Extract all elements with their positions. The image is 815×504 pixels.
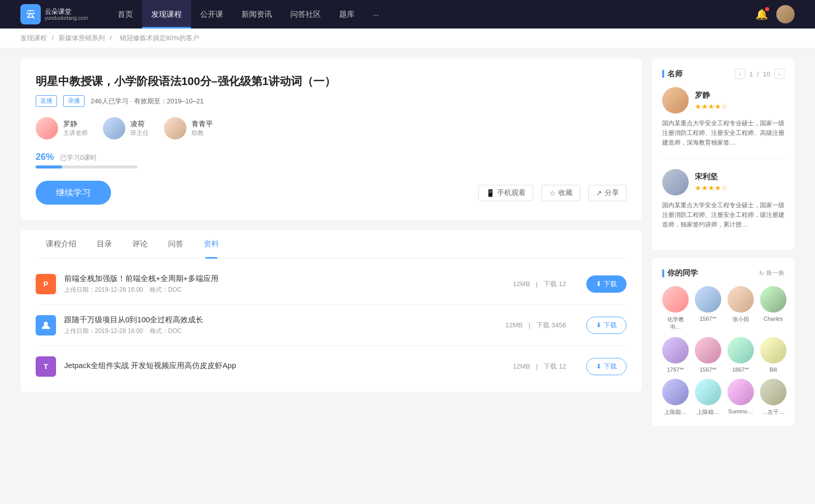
nav-right: 🔔 xyxy=(755,5,795,23)
download-button-1[interactable]: ⬇ 下载 xyxy=(586,275,627,293)
tab-intro[interactable]: 课程介绍 xyxy=(36,230,87,258)
tab-catalog[interactable]: 目录 xyxy=(87,230,122,258)
teacher-3-avatar xyxy=(164,117,186,139)
notification-dot xyxy=(765,7,769,11)
student-5: 1767** xyxy=(662,337,689,373)
star-icon: ☆ xyxy=(549,189,556,197)
mobile-view-button[interactable]: 📱 手机观看 xyxy=(478,185,533,201)
nav-home[interactable]: 首页 xyxy=(108,0,142,29)
tab-material[interactable]: 资料 xyxy=(194,230,229,258)
refresh-students-button[interactable]: ↻ 换一换 xyxy=(759,269,784,277)
logo-text: 云朵课堂 xyxy=(45,8,88,16)
user-avatar[interactable] xyxy=(776,5,795,23)
file-info-2: 跟随千万级项目从0到100全过程高效成长 上传日期：2019-12-28 16:… xyxy=(64,315,485,335)
teachers-next-button[interactable]: › xyxy=(774,69,784,79)
svg-point-0 xyxy=(44,322,48,326)
student-7-name: 1867** xyxy=(732,367,749,373)
logo[interactable]: 云 云朵课堂 yunduoketang.com xyxy=(20,4,88,24)
student-4: Charles xyxy=(760,286,786,331)
teacher-2-role: 班主任 xyxy=(130,129,149,137)
student-6: 1567** xyxy=(695,337,721,373)
breadcrumb-discover[interactable]: 发现课程 xyxy=(20,34,47,42)
navbar: 云 云朵课堂 yunduoketang.com 首页 发现课程 公开课 新闻资讯… xyxy=(0,0,815,29)
student-5-name: 1767** xyxy=(667,367,684,373)
student-11: Summo… xyxy=(727,379,754,416)
student-8-avatar xyxy=(760,337,786,363)
breadcrumb-current: 销冠修炼术搞定80%的客户 xyxy=(120,34,199,42)
student-10-avatar xyxy=(695,379,721,405)
student-2-name: 1567** xyxy=(699,316,716,322)
student-1-avatar xyxy=(662,286,689,313)
logo-icon: 云 xyxy=(20,4,41,24)
student-2-avatar xyxy=(695,286,721,313)
tabs-panel: 课程介绍 目录 评论 问答 资料 P 前端全栈加强版！前端全栈+全周期+多端应用… xyxy=(20,230,642,392)
teacher-card-2-avatar xyxy=(662,169,689,195)
course-card: 明星中教授课，小学阶段语法100分–强化级第1讲动词（一） 直播 录播 246人… xyxy=(20,59,642,220)
continue-learning-button[interactable]: 继续学习 xyxy=(36,181,111,205)
teacher-1-name: 罗静 xyxy=(63,120,88,129)
action-links: 📱 手机观看 ☆ 收藏 ↗ 分享 xyxy=(478,185,627,201)
student-8-name: Bill xyxy=(770,367,777,373)
student-9-avatar xyxy=(662,379,689,405)
user-file-icon xyxy=(41,320,51,330)
collect-button[interactable]: ☆ 收藏 xyxy=(541,185,580,201)
student-11-name: Summo… xyxy=(728,408,753,414)
nav-discover[interactable]: 发现课程 xyxy=(142,0,191,29)
file-info-1: 前端全栈加强版！前端全栈+全周期+多端应用 上传日期：2019-12-28 16… xyxy=(64,274,493,294)
progress-sub: 已学习0课时 xyxy=(60,153,97,162)
teachers-prev-button[interactable]: ‹ xyxy=(735,69,745,79)
teachers-row: 罗静 主讲老师 凌荷 班主任 青青平 助教 xyxy=(36,117,627,139)
teacher-1-avatar xyxy=(36,117,58,139)
teacher-3-name: 青青平 xyxy=(192,120,213,129)
file-icon-1: P xyxy=(36,274,56,294)
student-4-name: Charles xyxy=(764,316,783,322)
teacher-2: 凌荷 班主任 xyxy=(103,117,149,139)
badge-record: 录播 xyxy=(63,95,85,107)
breadcrumb-series[interactable]: 新媒体营销系列 xyxy=(59,34,105,42)
tab-review[interactable]: 评论 xyxy=(122,230,158,258)
teachers-panel-title: 名师 xyxy=(662,69,683,79)
share-button[interactable]: ↗ 分享 xyxy=(588,185,627,201)
nav-news[interactable]: 新闻资讯 xyxy=(232,0,281,29)
teacher-card-1-avatar xyxy=(662,87,689,114)
mobile-icon: 📱 xyxy=(486,189,495,197)
file-name-1: 前端全栈加强版！前端全栈+全周期+多端应用 xyxy=(64,274,493,284)
student-1-name: 化学教书… xyxy=(662,316,689,331)
teacher-card-1-name: 罗静 xyxy=(695,91,728,100)
file-item-1: P 前端全栈加强版！前端全栈+全周期+多端应用 上传日期：2019-12-28 … xyxy=(36,264,627,305)
download-button-3[interactable]: ⬇ 下载 xyxy=(586,358,627,375)
download-button-2[interactable]: ⬇ 下载 xyxy=(586,317,627,334)
teacher-card-2-stars: ★★★★☆ xyxy=(695,184,728,192)
teachers-page: 1 xyxy=(749,70,753,78)
nav-more[interactable]: ··· xyxy=(364,0,389,29)
content-area: 明星中教授课，小学阶段语法100分–强化级第1讲动词（一） 直播 录播 246人… xyxy=(20,59,642,434)
teacher-card-2-desc: 国内某重点大学安全工程专业硕士，国家一级注册消防工程师、注册安全工程师，级注册建… xyxy=(662,201,784,230)
nav-questions[interactable]: 题库 xyxy=(330,0,364,29)
nav-qa[interactable]: 问答社区 xyxy=(281,0,330,29)
teacher-3: 青青平 助教 xyxy=(164,117,213,139)
student-6-name: 1567** xyxy=(699,367,716,373)
bell-icon[interactable]: 🔔 xyxy=(755,8,768,20)
student-9: 上陈能… xyxy=(662,379,689,416)
teachers-panel-header: 名师 ‹ 1 / 10 › xyxy=(662,69,784,79)
tab-qa[interactable]: 问答 xyxy=(158,230,194,258)
student-11-avatar xyxy=(727,379,754,405)
teacher-card-1: 罗静 ★★★★☆ 国内某重点大学安全工程专业硕士，国家一级注册消防工程师、注册安… xyxy=(662,87,784,159)
course-title: 明星中教授课，小学阶段语法100分–强化级第1讲动词（一） xyxy=(36,74,627,89)
teachers-panel: 名师 ‹ 1 / 10 › 罗静 ★★★★☆ 国内某重 xyxy=(652,59,795,250)
file-list: P 前端全栈加强版！前端全栈+全周期+多端应用 上传日期：2019-12-28 … xyxy=(36,259,627,392)
student-7: 1867** xyxy=(727,337,754,373)
file-stats-3: 12MB | 下载 12 xyxy=(501,362,579,371)
student-1: 化学教书… xyxy=(662,286,689,331)
student-3-name: 张小田 xyxy=(732,316,749,323)
teacher-2-avatar xyxy=(103,117,125,139)
refresh-icon: ↻ xyxy=(759,270,764,277)
badge-live: 直播 xyxy=(36,95,57,107)
progress-bar-fill xyxy=(36,165,62,169)
teachers-panel-nav: ‹ 1 / 10 › xyxy=(735,69,784,79)
students-grid: 化学教书… 1567** 张小田 Charles 1767** xyxy=(662,286,784,416)
student-3-avatar xyxy=(727,286,754,313)
teacher-1: 罗静 主讲老师 xyxy=(36,117,88,139)
nav-open-course[interactable]: 公开课 xyxy=(191,0,232,29)
teachers-total: 10 xyxy=(763,70,770,78)
